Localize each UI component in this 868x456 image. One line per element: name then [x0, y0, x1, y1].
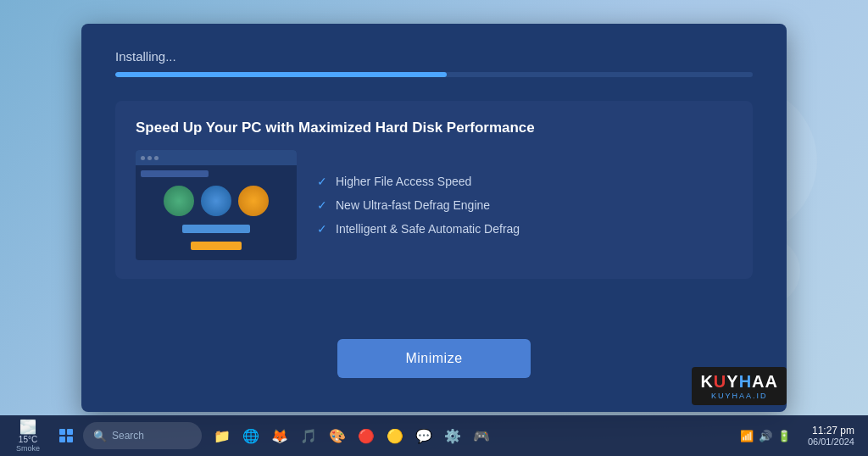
start-sq-2: [67, 429, 73, 435]
clock-time: 11:27 pm: [812, 425, 854, 437]
feature-text-1: New Ultra-fast Defrag Engine: [336, 198, 490, 212]
sc-circle-blue: [201, 186, 231, 216]
screenshot-dot-2: [147, 156, 152, 160]
minimize-button[interactable]: Minimize: [337, 339, 530, 378]
kuyhaa-sub: KUYHAA.ID: [700, 392, 778, 400]
check-icon-2: ✓: [317, 222, 327, 236]
start-sq-1: [59, 429, 65, 435]
start-sq-4: [67, 437, 73, 442]
taskbar-app-firefox[interactable]: 🦊: [266, 422, 293, 449]
taskbar-app-folder[interactable]: 📁: [209, 422, 236, 449]
weather-temp: 15°C: [19, 435, 37, 444]
taskbar-app-settings[interactable]: ⚙️: [439, 422, 466, 449]
screenshot-circles: [141, 186, 292, 216]
start-icon: [59, 429, 73, 442]
screenshot-btn-blue: [182, 225, 250, 233]
taskbar-tray: 📶 🔊 🔋: [740, 430, 798, 442]
taskbar-app-yellow[interactable]: 🟡: [381, 422, 409, 449]
screenshot-subtitle: [141, 170, 209, 177]
feature-item-1: ✓New Ultra-fast Defrag Engine: [317, 198, 732, 212]
kuyhaa-brand: KUYHAA: [700, 372, 778, 391]
taskbar-app-music[interactable]: 🎵: [295, 422, 322, 449]
feature-item-2: ✓Intelligent & Safe Automatic Defrag: [317, 222, 732, 236]
kuyhaa-badge: KUYHAA KUYHAA.ID: [692, 367, 787, 405]
spacer: [115, 279, 753, 339]
kuyhaa-y: Y: [726, 372, 738, 391]
battery-icon[interactable]: 🔋: [777, 430, 791, 442]
screenshot-btn-orange: [191, 242, 242, 250]
start-sq-3: [59, 437, 65, 442]
taskbar-app-edge[interactable]: 🌐: [237, 422, 264, 449]
start-button[interactable]: [53, 422, 80, 449]
app-screenshot: [136, 150, 297, 260]
screenshot-content: [136, 165, 297, 255]
installing-label: Installing...: [115, 49, 753, 64]
search-placeholder-text: Search: [112, 430, 144, 442]
feature-card-title: Speed Up Your PC with Maximized Hard Dis…: [136, 120, 732, 136]
taskbar-clock[interactable]: 11:27 pm 06/01/2024: [801, 425, 861, 447]
taskbar-weather: 🌫️ 15°C Smoke: [7, 419, 49, 453]
taskbar: 🌫️ 15°C Smoke 🔍 Search 📁 🌐 🦊 🎵 🎨 🔴 🟡 💬 ⚙…: [0, 415, 868, 456]
volume-icon[interactable]: 🔊: [759, 430, 772, 442]
kuyhaa-u: U: [714, 372, 726, 391]
check-icon-1: ✓: [317, 198, 327, 212]
taskbar-app-chat[interactable]: 💬: [410, 422, 437, 449]
check-icon-0: ✓: [317, 175, 327, 188]
kuyhaa-k: K: [700, 372, 713, 391]
kuyhaa-h: H: [739, 372, 752, 391]
feature-text-2: Intelligent & Safe Automatic Defrag: [336, 222, 520, 236]
feature-card: Speed Up Your PC with Maximized Hard Dis…: [115, 101, 753, 279]
weather-icon: 🌫️: [19, 419, 36, 435]
feature-list: ✓Higher File Access Speed✓New Ultra-fast…: [317, 175, 732, 236]
sc-circle-green: [164, 186, 194, 216]
screenshot-dot-1: [141, 156, 145, 160]
feature-card-body: ✓Higher File Access Speed✓New Ultra-fast…: [136, 150, 732, 260]
taskbar-search[interactable]: 🔍 Search: [83, 422, 202, 449]
search-icon: 🔍: [93, 430, 107, 442]
screenshot-dot-3: [154, 156, 159, 160]
progress-bar-fill: [115, 72, 447, 77]
screenshot-topbar: [136, 150, 297, 165]
taskbar-app-red[interactable]: 🔴: [353, 422, 380, 449]
kuyhaa-aa: AA: [752, 372, 778, 391]
weather-condition: Smoke: [16, 444, 40, 453]
feature-text-0: Higher File Access Speed: [336, 175, 471, 188]
progress-bar-container: [115, 72, 753, 77]
clock-date: 06/01/2024: [808, 437, 854, 447]
installer-window: Installing... Speed Up Your PC with Maxi…: [81, 24, 787, 412]
feature-item-0: ✓Higher File Access Speed: [317, 175, 732, 188]
taskbar-app-game[interactable]: 🎮: [468, 422, 495, 449]
taskbar-app-paint[interactable]: 🎨: [324, 422, 351, 449]
sc-circle-orange: [238, 186, 269, 216]
taskbar-apps: 📁 🌐 🦊 🎵 🎨 🔴 🟡 💬 ⚙️ 🎮: [209, 422, 495, 449]
wifi-icon[interactable]: 📶: [740, 430, 754, 442]
